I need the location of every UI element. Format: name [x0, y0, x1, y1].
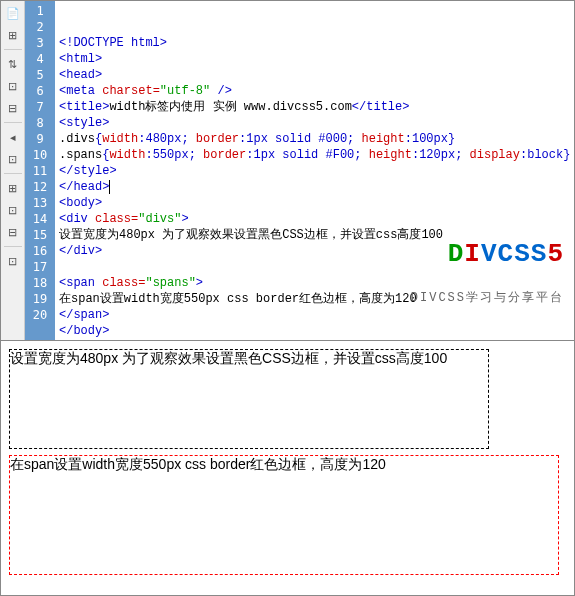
line-number: 9 — [25, 131, 55, 147]
line-number: 18 — [25, 275, 55, 291]
code-line[interactable]: <body> — [59, 195, 570, 211]
line-number: 5 — [25, 67, 55, 83]
code-line[interactable]: <title>width标签内使用 实例 www.divcss5.com</ti… — [59, 99, 570, 115]
line-gutter: 1234567891011121314151617181920 — [25, 1, 55, 340]
tool-button-0[interactable]: 📄 — [3, 3, 23, 23]
line-number: 6 — [25, 83, 55, 99]
line-number: 4 — [25, 51, 55, 67]
toolbar-separator — [4, 246, 22, 247]
code-line[interactable]: .spans{width:550px; border:1px solid #F0… — [59, 147, 570, 163]
tool-button-8[interactable]: ⊡ — [3, 149, 23, 169]
code-editor[interactable]: <!DOCTYPE html><html><head><meta charset… — [55, 1, 574, 340]
preview-div-box: 设置宽度为480px 为了观察效果设置黑色CSS边框，并设置css高度100 — [9, 349, 489, 449]
tool-button-7[interactable]: ◂ — [3, 127, 23, 147]
line-number: 12 — [25, 179, 55, 195]
line-number: 2 — [25, 19, 55, 35]
editor-window: 📄⊞⇅⊡⊟◂⊡⊞⊡⊟⊡ 1234567891011121314151617181… — [0, 0, 575, 596]
code-line[interactable]: <!DOCTYPE html> — [59, 35, 570, 51]
line-number: 15 — [25, 227, 55, 243]
toolbar: 📄⊞⇅⊡⊟◂⊡⊞⊡⊟⊡ — [1, 1, 25, 340]
tool-button-12[interactable]: ⊟ — [3, 222, 23, 242]
toolbar-separator — [4, 173, 22, 174]
code-line[interactable]: .divs{width:480px; border:1px solid #000… — [59, 131, 570, 147]
line-number: 1 — [25, 3, 55, 19]
line-number: 11 — [25, 163, 55, 179]
tool-button-14[interactable]: ⊡ — [3, 251, 23, 271]
tool-button-3[interactable]: ⇅ — [3, 54, 23, 74]
line-number: 7 — [25, 99, 55, 115]
code-line[interactable]: </style> — [59, 163, 570, 179]
code-line[interactable]: <style> — [59, 115, 570, 131]
code-line[interactable]: </head> — [59, 179, 570, 195]
tool-button-11[interactable]: ⊡ — [3, 200, 23, 220]
line-number: 8 — [25, 115, 55, 131]
line-number: 20 — [25, 307, 55, 323]
tool-button-4[interactable]: ⊡ — [3, 76, 23, 96]
code-line[interactable]: </html> — [59, 339, 570, 340]
code-line[interactable]: <html> — [59, 51, 570, 67]
toolbar-separator — [4, 49, 22, 50]
line-number: 17 — [25, 259, 55, 275]
tool-button-1[interactable]: ⊞ — [3, 25, 23, 45]
logo-text: DIVCSS5 — [411, 246, 564, 262]
line-number: 13 — [25, 195, 55, 211]
tool-button-10[interactable]: ⊞ — [3, 178, 23, 198]
code-line[interactable]: <meta charset="utf-8" /> — [59, 83, 570, 99]
preview-span-box: 在span设置width宽度550px css border红色边框，高度为12… — [9, 455, 559, 575]
code-line[interactable]: <head> — [59, 67, 570, 83]
line-number: 14 — [25, 211, 55, 227]
toolbar-separator — [4, 122, 22, 123]
preview-pane: 设置宽度为480px 为了观察效果设置黑色CSS边框，并设置css高度100 在… — [1, 341, 574, 595]
line-number: 19 — [25, 291, 55, 307]
logo-subtitle: DIVCSS学习与分享平台 — [411, 290, 564, 306]
line-number: 16 — [25, 243, 55, 259]
code-pane: 📄⊞⇅⊡⊟◂⊡⊞⊡⊟⊡ 1234567891011121314151617181… — [1, 1, 574, 341]
watermark-logo: DIVCSS5 DIVCSS学习与分享平台 — [411, 214, 564, 338]
line-number: 10 — [25, 147, 55, 163]
tool-button-5[interactable]: ⊟ — [3, 98, 23, 118]
line-number: 3 — [25, 35, 55, 51]
